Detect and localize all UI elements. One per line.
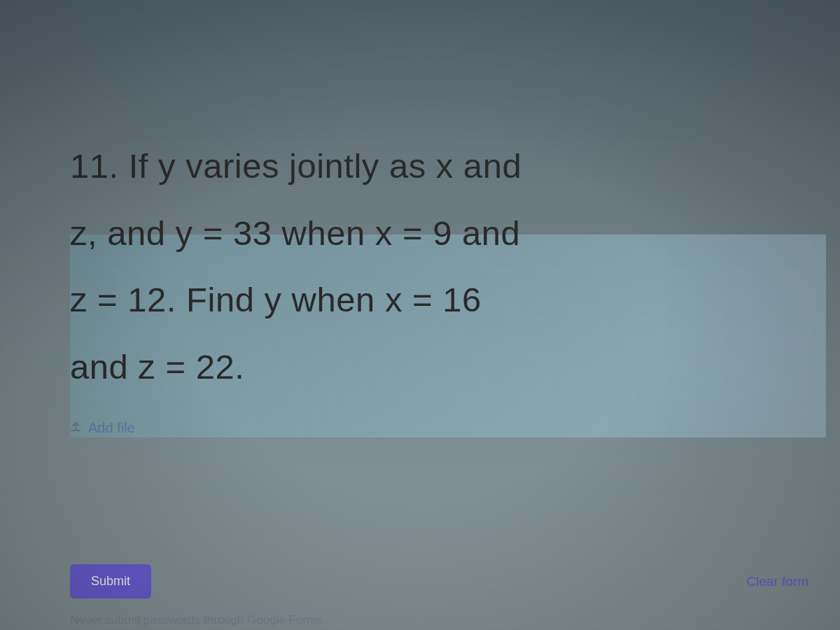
submit-label: Submit — [91, 574, 130, 588]
question-line-4: and z = 22. — [70, 334, 819, 401]
clear-form-link[interactable]: Clear form — [746, 574, 808, 589]
add-file-label: Add file — [88, 420, 135, 436]
question-text: 11. If y varies jointly as x and z, and … — [70, 133, 819, 400]
form-actions: Submit Clear form — [70, 564, 808, 598]
question-content: 11. If y varies jointly as x and z, and … — [70, 133, 819, 436]
question-line-3: z = 12. Find y when x = 16 — [70, 267, 819, 334]
add-file-button[interactable]: Add file — [70, 420, 135, 436]
upload-icon — [70, 421, 81, 435]
submit-button[interactable]: Submit — [70, 564, 151, 598]
password-disclaimer: Never submit passwords through Google Fo… — [70, 613, 326, 627]
question-line-1: 11. If y varies jointly as x and — [70, 133, 819, 200]
question-line-2: z, and y = 33 when x = 9 and — [70, 200, 819, 267]
